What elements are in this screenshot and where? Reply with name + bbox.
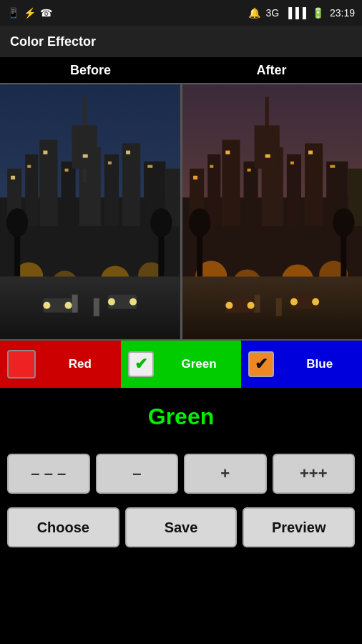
- svg-rect-7: [104, 155, 119, 227]
- preview-label: Preview: [272, 519, 326, 536]
- svg-rect-25: [0, 277, 180, 339]
- choose-label: Choose: [37, 519, 89, 536]
- svg-rect-3: [25, 155, 38, 227]
- svg-rect-43: [243, 162, 258, 227]
- svg-point-72: [247, 302, 254, 309]
- svg-rect-57: [308, 150, 313, 154]
- color-band-blue[interactable]: ✔ Blue: [241, 341, 362, 388]
- green-label: Green: [181, 357, 216, 371]
- clock: 23:19: [330, 7, 355, 19]
- svg-point-71: [225, 302, 233, 309]
- before-after-labels: Before After: [0, 57, 362, 83]
- svg-rect-51: [193, 176, 197, 180]
- image-comparison-area: [0, 83, 362, 341]
- svg-point-69: [333, 208, 354, 237]
- svg-rect-18: [108, 162, 112, 165]
- svg-rect-12: [72, 125, 97, 168]
- svg-rect-56: [290, 162, 293, 165]
- svg-rect-14: [27, 165, 31, 168]
- svg-point-31: [150, 208, 172, 237]
- svg-rect-65: [275, 298, 281, 316]
- svg-rect-58: [330, 165, 335, 168]
- svg-rect-42: [222, 140, 240, 226]
- sim-icon: 📱: [7, 7, 19, 19]
- notification-icon: 🔔: [248, 7, 260, 19]
- preview-button[interactable]: Preview: [243, 507, 355, 547]
- selected-channel-label: Green: [148, 404, 214, 430]
- svg-rect-41: [207, 155, 220, 227]
- plus-label: +: [220, 464, 230, 483]
- color-band-red[interactable]: Red: [0, 341, 121, 388]
- svg-rect-52: [210, 165, 213, 168]
- svg-point-74: [290, 298, 297, 306]
- triple-plus-button[interactable]: +++: [273, 454, 356, 494]
- usb-icon: ⚡: [24, 7, 36, 19]
- svg-rect-19: [126, 150, 130, 154]
- svg-point-37: [129, 298, 137, 306]
- app-title: Color Effector: [10, 34, 96, 49]
- svg-rect-15: [43, 150, 47, 154]
- signal-icon: ▐▐▐: [285, 7, 306, 19]
- color-band-green[interactable]: ✔ Green: [121, 341, 242, 388]
- color-bands: Red ✔ Green ✔ Blue: [0, 341, 362, 388]
- triple-plus-label: +++: [300, 464, 328, 483]
- svg-rect-4: [39, 140, 57, 226]
- red-label: Red: [69, 357, 92, 371]
- before-image: [0, 84, 180, 339]
- svg-point-36: [108, 298, 115, 306]
- status-icons-left: 📱 ⚡ ☎: [7, 7, 52, 19]
- save-label: Save: [165, 519, 198, 536]
- bottom-buttons: Choose Save Preview: [0, 502, 362, 552]
- svg-rect-27: [94, 298, 99, 316]
- choose-button[interactable]: Choose: [7, 507, 119, 547]
- triple-minus-button[interactable]: – – –: [7, 454, 90, 494]
- green-checkmark-icon: ✔: [134, 355, 147, 374]
- before-label: Before: [0, 57, 181, 83]
- minus-label: –: [132, 464, 141, 483]
- svg-rect-8: [122, 143, 140, 226]
- svg-rect-45: [286, 155, 300, 227]
- status-icons-right: 🔔 3G ▐▐▐ 🔋 23:19: [248, 7, 356, 19]
- svg-rect-53: [225, 150, 230, 154]
- svg-point-29: [6, 208, 28, 237]
- svg-rect-50: [254, 125, 279, 168]
- battery-icon: 🔋: [312, 7, 324, 19]
- svg-point-75: [312, 298, 319, 306]
- svg-rect-63: [182, 277, 363, 339]
- triple-minus-label: – – –: [31, 464, 66, 483]
- svg-point-33: [43, 302, 50, 309]
- android-icon: ☎: [40, 7, 52, 19]
- minus-button[interactable]: –: [96, 454, 179, 494]
- orange-checkmark-icon: ✔: [255, 355, 268, 374]
- controls-area: – – – – + +++: [0, 445, 362, 502]
- svg-rect-55: [265, 155, 270, 158]
- plus-button[interactable]: +: [184, 454, 267, 494]
- svg-point-34: [65, 302, 72, 309]
- svg-rect-13: [11, 176, 15, 180]
- green-check: ✔: [128, 351, 154, 377]
- red-swatch: [7, 350, 36, 379]
- blue-label: Blue: [306, 357, 333, 371]
- svg-rect-16: [65, 169, 69, 172]
- svg-rect-26: [72, 295, 78, 313]
- title-bar: Color Effector: [0, 26, 362, 57]
- channel-label-area: Green: [0, 388, 362, 445]
- svg-rect-20: [147, 165, 152, 168]
- save-button[interactable]: Save: [125, 507, 238, 547]
- svg-rect-46: [305, 143, 323, 226]
- status-bar: 📱 ⚡ ☎ 🔔 3G ▐▐▐ 🔋 23:19: [0, 0, 362, 26]
- svg-point-67: [189, 208, 210, 237]
- after-label: After: [181, 57, 362, 83]
- svg-rect-17: [83, 155, 88, 158]
- blue-check: ✔: [248, 351, 274, 377]
- svg-rect-64: [254, 295, 260, 313]
- svg-rect-54: [247, 169, 250, 172]
- network-icon: 3G: [266, 7, 280, 19]
- after-image: [182, 84, 363, 339]
